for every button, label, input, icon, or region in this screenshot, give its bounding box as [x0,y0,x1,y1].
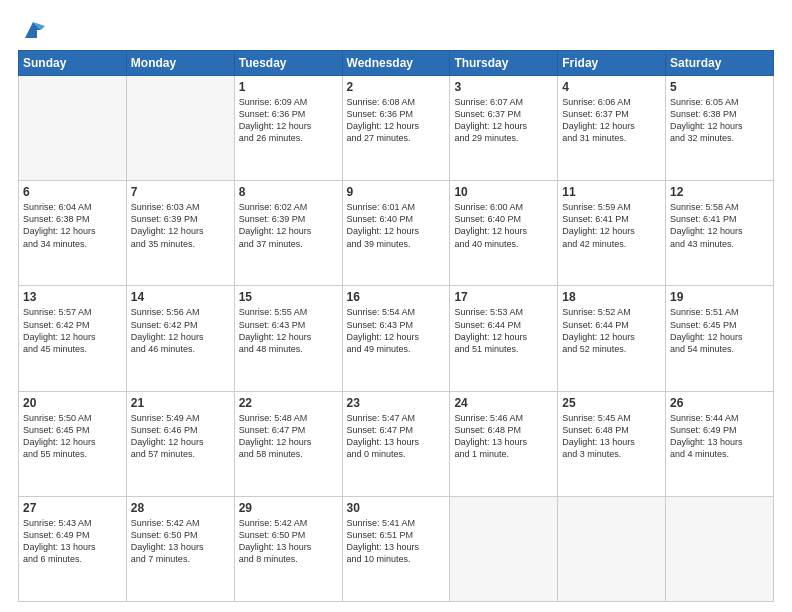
day-info: Sunrise: 6:01 AM Sunset: 6:40 PM Dayligh… [347,201,446,250]
weekday-header-tuesday: Tuesday [234,51,342,76]
day-number: 24 [454,396,553,410]
day-number: 8 [239,185,338,199]
day-info: Sunrise: 5:46 AM Sunset: 6:48 PM Dayligh… [454,412,553,461]
day-cell: 7Sunrise: 6:03 AM Sunset: 6:39 PM Daylig… [126,181,234,286]
day-info: Sunrise: 5:44 AM Sunset: 6:49 PM Dayligh… [670,412,769,461]
day-cell [558,496,666,601]
day-number: 14 [131,290,230,304]
day-cell: 21Sunrise: 5:49 AM Sunset: 6:46 PM Dayli… [126,391,234,496]
day-cell: 12Sunrise: 5:58 AM Sunset: 6:41 PM Dayli… [666,181,774,286]
logo-icon [21,20,45,40]
weekday-header-saturday: Saturday [666,51,774,76]
week-row-1: 1Sunrise: 6:09 AM Sunset: 6:36 PM Daylig… [19,76,774,181]
day-number: 4 [562,80,661,94]
day-number: 12 [670,185,769,199]
day-cell: 3Sunrise: 6:07 AM Sunset: 6:37 PM Daylig… [450,76,558,181]
day-number: 2 [347,80,446,94]
day-number: 10 [454,185,553,199]
day-cell: 15Sunrise: 5:55 AM Sunset: 6:43 PM Dayli… [234,286,342,391]
day-info: Sunrise: 5:48 AM Sunset: 6:47 PM Dayligh… [239,412,338,461]
day-info: Sunrise: 6:04 AM Sunset: 6:38 PM Dayligh… [23,201,122,250]
day-number: 26 [670,396,769,410]
day-number: 28 [131,501,230,515]
day-info: Sunrise: 5:57 AM Sunset: 6:42 PM Dayligh… [23,306,122,355]
day-cell: 5Sunrise: 6:05 AM Sunset: 6:38 PM Daylig… [666,76,774,181]
week-row-2: 6Sunrise: 6:04 AM Sunset: 6:38 PM Daylig… [19,181,774,286]
day-number: 16 [347,290,446,304]
day-number: 5 [670,80,769,94]
weekday-header-thursday: Thursday [450,51,558,76]
day-info: Sunrise: 6:09 AM Sunset: 6:36 PM Dayligh… [239,96,338,145]
day-info: Sunrise: 5:52 AM Sunset: 6:44 PM Dayligh… [562,306,661,355]
day-number: 6 [23,185,122,199]
calendar-table: SundayMondayTuesdayWednesdayThursdayFrid… [18,50,774,602]
day-cell: 11Sunrise: 5:59 AM Sunset: 6:41 PM Dayli… [558,181,666,286]
day-cell: 8Sunrise: 6:02 AM Sunset: 6:39 PM Daylig… [234,181,342,286]
day-cell: 17Sunrise: 5:53 AM Sunset: 6:44 PM Dayli… [450,286,558,391]
day-cell: 9Sunrise: 6:01 AM Sunset: 6:40 PM Daylig… [342,181,450,286]
day-number: 9 [347,185,446,199]
day-info: Sunrise: 6:07 AM Sunset: 6:37 PM Dayligh… [454,96,553,145]
day-cell: 22Sunrise: 5:48 AM Sunset: 6:47 PM Dayli… [234,391,342,496]
day-cell: 30Sunrise: 5:41 AM Sunset: 6:51 PM Dayli… [342,496,450,601]
week-row-5: 27Sunrise: 5:43 AM Sunset: 6:49 PM Dayli… [19,496,774,601]
day-number: 19 [670,290,769,304]
logo [18,18,45,40]
day-info: Sunrise: 5:51 AM Sunset: 6:45 PM Dayligh… [670,306,769,355]
day-info: Sunrise: 5:56 AM Sunset: 6:42 PM Dayligh… [131,306,230,355]
day-number: 3 [454,80,553,94]
day-info: Sunrise: 6:03 AM Sunset: 6:39 PM Dayligh… [131,201,230,250]
day-info: Sunrise: 5:49 AM Sunset: 6:46 PM Dayligh… [131,412,230,461]
page: SundayMondayTuesdayWednesdayThursdayFrid… [0,0,792,612]
day-info: Sunrise: 6:05 AM Sunset: 6:38 PM Dayligh… [670,96,769,145]
day-cell: 28Sunrise: 5:42 AM Sunset: 6:50 PM Dayli… [126,496,234,601]
day-cell [666,496,774,601]
day-number: 21 [131,396,230,410]
day-cell: 4Sunrise: 6:06 AM Sunset: 6:37 PM Daylig… [558,76,666,181]
day-cell: 19Sunrise: 5:51 AM Sunset: 6:45 PM Dayli… [666,286,774,391]
day-cell [19,76,127,181]
day-number: 27 [23,501,122,515]
day-cell: 26Sunrise: 5:44 AM Sunset: 6:49 PM Dayli… [666,391,774,496]
day-cell: 14Sunrise: 5:56 AM Sunset: 6:42 PM Dayli… [126,286,234,391]
day-cell: 16Sunrise: 5:54 AM Sunset: 6:43 PM Dayli… [342,286,450,391]
day-info: Sunrise: 5:50 AM Sunset: 6:45 PM Dayligh… [23,412,122,461]
day-number: 20 [23,396,122,410]
day-number: 7 [131,185,230,199]
weekday-header-monday: Monday [126,51,234,76]
day-info: Sunrise: 5:42 AM Sunset: 6:50 PM Dayligh… [239,517,338,566]
day-cell: 1Sunrise: 6:09 AM Sunset: 6:36 PM Daylig… [234,76,342,181]
day-number: 30 [347,501,446,515]
day-info: Sunrise: 6:06 AM Sunset: 6:37 PM Dayligh… [562,96,661,145]
day-info: Sunrise: 5:54 AM Sunset: 6:43 PM Dayligh… [347,306,446,355]
day-info: Sunrise: 5:43 AM Sunset: 6:49 PM Dayligh… [23,517,122,566]
day-number: 13 [23,290,122,304]
day-number: 18 [562,290,661,304]
day-cell: 29Sunrise: 5:42 AM Sunset: 6:50 PM Dayli… [234,496,342,601]
weekday-header-wednesday: Wednesday [342,51,450,76]
day-info: Sunrise: 5:41 AM Sunset: 6:51 PM Dayligh… [347,517,446,566]
day-cell [450,496,558,601]
week-row-4: 20Sunrise: 5:50 AM Sunset: 6:45 PM Dayli… [19,391,774,496]
day-info: Sunrise: 5:42 AM Sunset: 6:50 PM Dayligh… [131,517,230,566]
day-info: Sunrise: 5:55 AM Sunset: 6:43 PM Dayligh… [239,306,338,355]
day-cell: 2Sunrise: 6:08 AM Sunset: 6:36 PM Daylig… [342,76,450,181]
day-number: 15 [239,290,338,304]
day-number: 25 [562,396,661,410]
day-cell: 18Sunrise: 5:52 AM Sunset: 6:44 PM Dayli… [558,286,666,391]
day-cell: 25Sunrise: 5:45 AM Sunset: 6:48 PM Dayli… [558,391,666,496]
day-info: Sunrise: 5:59 AM Sunset: 6:41 PM Dayligh… [562,201,661,250]
day-number: 23 [347,396,446,410]
day-number: 22 [239,396,338,410]
day-info: Sunrise: 5:47 AM Sunset: 6:47 PM Dayligh… [347,412,446,461]
day-number: 29 [239,501,338,515]
day-info: Sunrise: 6:00 AM Sunset: 6:40 PM Dayligh… [454,201,553,250]
day-number: 17 [454,290,553,304]
weekday-header-sunday: Sunday [19,51,127,76]
day-cell: 13Sunrise: 5:57 AM Sunset: 6:42 PM Dayli… [19,286,127,391]
day-info: Sunrise: 5:45 AM Sunset: 6:48 PM Dayligh… [562,412,661,461]
day-cell [126,76,234,181]
day-info: Sunrise: 5:58 AM Sunset: 6:41 PM Dayligh… [670,201,769,250]
day-cell: 6Sunrise: 6:04 AM Sunset: 6:38 PM Daylig… [19,181,127,286]
day-cell: 10Sunrise: 6:00 AM Sunset: 6:40 PM Dayli… [450,181,558,286]
